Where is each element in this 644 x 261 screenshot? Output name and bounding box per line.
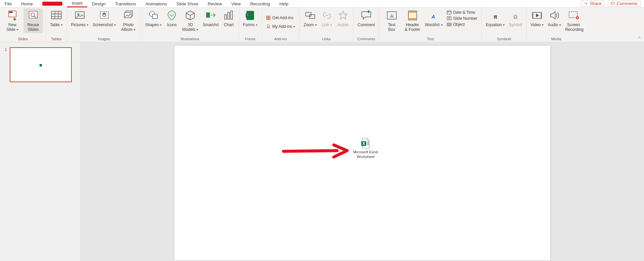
svg-rect-17 bbox=[230, 11, 232, 19]
reuse-slides-button[interactable]: ReuseSlides bbox=[23, 8, 43, 33]
header-footer-label: Header& Footer bbox=[404, 23, 421, 32]
new-slide-label: NewSlide bbox=[4, 23, 21, 32]
text-box-button[interactable]: A TextBox bbox=[382, 8, 401, 33]
my-addins-button[interactable]: My Add-ins bbox=[265, 24, 297, 29]
models-button[interactable]: 3DModels bbox=[180, 8, 200, 33]
date-time-icon bbox=[447, 10, 451, 15]
date-time-button[interactable]: Date & Time bbox=[445, 10, 479, 15]
embedded-excel-object[interactable]: X Microsoft Excel Worksheet bbox=[351, 138, 381, 159]
audio-button[interactable]: Audio bbox=[546, 8, 562, 29]
comment-label: Comment bbox=[358, 23, 375, 28]
tab-animations[interactable]: Animations bbox=[141, 0, 172, 7]
action-label: Action bbox=[337, 23, 348, 28]
svg-rect-24 bbox=[269, 18, 270, 19]
models-icon bbox=[184, 9, 196, 21]
embedded-object-label: Microsoft Excel Worksheet bbox=[351, 150, 381, 159]
tab-slide-show[interactable]: Slide Show bbox=[172, 0, 203, 7]
group-slides-label: Slides bbox=[18, 36, 28, 42]
tab-view[interactable]: View bbox=[227, 0, 246, 7]
tab-review[interactable]: Review bbox=[203, 0, 227, 7]
svg-rect-4 bbox=[51, 11, 61, 19]
link-label: Link bbox=[322, 23, 332, 28]
tab-help[interactable]: Help bbox=[275, 0, 293, 7]
screen-recording-label: ScreenRecording bbox=[565, 23, 582, 32]
comments-button[interactable]: Comments bbox=[608, 1, 641, 7]
slide-thumbnail-panel[interactable]: 1 bbox=[0, 42, 80, 261]
slide-number-label: Slide Number bbox=[453, 16, 478, 21]
menu-tabs: File Home Insert Design Transitions Anim… bbox=[0, 0, 644, 7]
chart-icon bbox=[223, 9, 235, 21]
object-icon bbox=[447, 22, 451, 27]
share-button[interactable]: Share bbox=[581, 1, 604, 7]
wordart-icon: A bbox=[428, 9, 440, 21]
wordart-button[interactable]: A WordArt bbox=[424, 8, 444, 29]
zoom-button[interactable]: Zoom bbox=[302, 8, 318, 29]
slide-thumbnail-1[interactable]: 1 bbox=[5, 47, 75, 82]
tab-insert[interactable]: Insert bbox=[67, 0, 88, 7]
slide-number-button[interactable]: # Slide Number bbox=[445, 16, 479, 21]
link-icon bbox=[321, 9, 333, 21]
svg-rect-23 bbox=[267, 18, 268, 19]
tab-file[interactable]: File bbox=[0, 0, 16, 7]
svg-rect-37 bbox=[448, 24, 450, 25]
svg-text:Ω: Ω bbox=[514, 14, 517, 19]
svg-text:F: F bbox=[247, 12, 250, 17]
reuse-slides-label: ReuseSlides bbox=[25, 23, 42, 32]
annotation-arrow bbox=[282, 143, 349, 160]
header-footer-button[interactable]: Header& Footer bbox=[403, 8, 422, 33]
thumbnail-object-marker bbox=[40, 64, 42, 66]
symbol-button[interactable]: Ω Symbol bbox=[507, 8, 524, 29]
tab-design[interactable]: Design bbox=[87, 0, 110, 7]
tab-recording[interactable]: Recording bbox=[246, 0, 275, 7]
svg-rect-26 bbox=[310, 15, 315, 18]
shapes-button[interactable]: Shapes bbox=[144, 8, 163, 29]
svg-rect-22 bbox=[269, 16, 270, 17]
screenshot-button[interactable]: Screenshot bbox=[91, 8, 117, 29]
work-area: 1 X Microsoft Excel Worksh bbox=[0, 42, 644, 261]
get-addins-button[interactable]: Get Add-ins bbox=[265, 15, 295, 20]
object-button[interactable]: Object bbox=[445, 22, 479, 27]
group-text-label: Text bbox=[427, 36, 434, 42]
equation-button[interactable]: π Equation bbox=[484, 8, 506, 29]
comment-button[interactable]: Comment bbox=[356, 8, 376, 29]
collapse-ribbon-button[interactable] bbox=[637, 36, 641, 41]
table-button[interactable]: Table bbox=[49, 8, 64, 29]
svg-rect-7 bbox=[100, 12, 109, 18]
icons-button[interactable]: Icons bbox=[164, 8, 179, 29]
smartart-button[interactable]: SmartArt bbox=[201, 8, 220, 29]
get-addins-icon bbox=[266, 15, 271, 20]
forms-button[interactable]: F Forms bbox=[242, 8, 259, 29]
svg-rect-31 bbox=[408, 18, 417, 20]
icons-label: Icons bbox=[167, 23, 177, 28]
screenshot-label: Screenshot bbox=[93, 23, 116, 28]
wordart-label: WordArt bbox=[425, 23, 443, 28]
text-box-label: TextBox bbox=[383, 23, 400, 32]
slide-thumbnail-preview[interactable] bbox=[10, 47, 72, 82]
action-button[interactable]: Action bbox=[336, 8, 351, 29]
group-slides: NewSlide ReuseSlides Slides bbox=[0, 7, 46, 42]
chart-button[interactable]: Chart bbox=[221, 8, 236, 29]
tab-transitions[interactable]: Transitions bbox=[110, 0, 141, 7]
slide-canvas-area[interactable]: X Microsoft Excel Worksheet bbox=[80, 42, 644, 261]
photo-album-button[interactable]: PhotoAlbum bbox=[119, 8, 138, 33]
tab-home[interactable]: Home bbox=[16, 0, 38, 7]
svg-rect-1 bbox=[9, 12, 12, 13]
equation-label: Equation bbox=[486, 23, 504, 28]
pictures-button[interactable]: Pictures bbox=[70, 8, 90, 29]
object-label: Object bbox=[453, 22, 465, 27]
screen-recording-icon bbox=[568, 9, 580, 21]
excel-file-icon: X bbox=[361, 138, 370, 149]
new-slide-button[interactable]: NewSlide bbox=[3, 8, 22, 33]
screen-recording-button[interactable]: ScreenRecording bbox=[564, 8, 583, 33]
new-slide-icon bbox=[6, 9, 18, 21]
symbol-icon: Ω bbox=[509, 9, 522, 21]
video-button[interactable]: Video bbox=[529, 8, 545, 29]
header-footer-icon bbox=[407, 9, 419, 21]
svg-rect-14 bbox=[206, 12, 210, 18]
svg-rect-41 bbox=[569, 12, 577, 18]
group-tables: Table Tables bbox=[46, 7, 67, 42]
text-box-icon: A bbox=[386, 9, 398, 21]
link-button[interactable]: Link bbox=[320, 8, 334, 29]
slide[interactable]: X Microsoft Excel Worksheet bbox=[174, 46, 550, 260]
shapes-icon bbox=[148, 9, 160, 21]
